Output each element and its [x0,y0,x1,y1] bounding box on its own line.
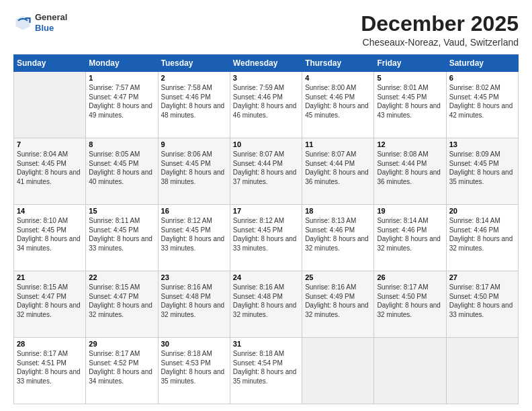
calendar-cell: 6Sunrise: 8:02 AMSunset: 4:45 PMDaylight… [446,72,518,138]
calendar-cell: 30Sunrise: 8:18 AMSunset: 4:53 PMDayligh… [158,338,230,404]
month-title: December 2025 [361,12,519,36]
calendar-cell: 2Sunrise: 7:58 AMSunset: 4:46 PMDaylight… [158,72,230,138]
day-number: 27 [449,273,515,281]
day-number: 11 [305,140,371,148]
calendar-cell: 16Sunrise: 8:12 AMSunset: 4:45 PMDayligh… [158,205,230,271]
calendar-cell: 1Sunrise: 7:57 AMSunset: 4:47 PMDaylight… [86,72,158,138]
cell-content: Sunrise: 8:01 AMSunset: 4:45 PMDaylight:… [377,83,443,120]
calendar-week-2: 7Sunrise: 8:04 AMSunset: 4:45 PMDaylight… [14,138,519,205]
calendar-cell: 19Sunrise: 8:14 AMSunset: 4:46 PMDayligh… [374,205,446,271]
day-number: 23 [161,273,227,281]
calendar-header-friday: Friday [374,55,446,72]
location: Cheseaux-Noreaz, Vaud, Switzerland [361,37,519,48]
day-number: 21 [17,273,83,281]
calendar-cell: 8Sunrise: 8:05 AMSunset: 4:45 PMDaylight… [86,138,158,205]
day-number: 14 [17,207,83,215]
day-number: 10 [233,140,299,148]
day-number: 22 [89,273,154,281]
calendar-cell: 7Sunrise: 8:04 AMSunset: 4:45 PMDaylight… [14,138,86,205]
logo-icon [13,13,32,32]
calendar-cell: 27Sunrise: 8:17 AMSunset: 4:50 PMDayligh… [446,271,518,338]
calendar-cell: 20Sunrise: 8:14 AMSunset: 4:46 PMDayligh… [446,205,518,271]
calendar-cell: 17Sunrise: 8:12 AMSunset: 4:45 PMDayligh… [230,205,302,271]
day-number: 12 [377,140,443,148]
day-number: 9 [161,140,227,148]
calendar-header-monday: Monday [86,55,158,72]
calendar-cell [14,72,86,138]
cell-content: Sunrise: 8:07 AMSunset: 4:44 PMDaylight:… [233,150,299,186]
calendar-cell [374,338,446,404]
cell-content: Sunrise: 8:05 AMSunset: 4:45 PMDaylight:… [89,150,154,186]
cell-content: Sunrise: 8:06 AMSunset: 4:45 PMDaylight:… [161,150,227,186]
calendar-week-3: 14Sunrise: 8:10 AMSunset: 4:45 PMDayligh… [14,205,519,271]
day-number: 24 [233,273,299,281]
cell-content: Sunrise: 8:15 AMSunset: 4:47 PMDaylight:… [89,283,154,319]
day-number: 13 [449,140,515,148]
cell-content: Sunrise: 8:04 AMSunset: 4:45 PMDaylight:… [17,150,83,186]
cell-content: Sunrise: 8:17 AMSunset: 4:50 PMDaylight:… [377,283,443,319]
cell-content: Sunrise: 8:17 AMSunset: 4:51 PMDaylight:… [17,349,83,385]
calendar-cell: 25Sunrise: 8:16 AMSunset: 4:49 PMDayligh… [302,271,374,338]
cell-content: Sunrise: 8:07 AMSunset: 4:44 PMDaylight:… [305,150,371,186]
day-number: 17 [233,207,299,215]
header: General Blue December 2025 Cheseaux-Nore… [13,12,519,48]
calendar-cell: 10Sunrise: 8:07 AMSunset: 4:44 PMDayligh… [230,138,302,205]
cell-content: Sunrise: 8:13 AMSunset: 4:46 PMDaylight:… [305,216,371,253]
calendar-header-sunday: Sunday [14,55,86,72]
calendar-header-tuesday: Tuesday [158,55,230,72]
day-number: 29 [89,340,154,348]
day-number: 31 [233,340,299,348]
day-number: 25 [305,273,371,281]
day-number: 6 [449,74,515,82]
day-number: 2 [161,74,227,82]
day-number: 20 [449,207,515,215]
cell-content: Sunrise: 7:58 AMSunset: 4:46 PMDaylight:… [161,83,227,120]
calendar-cell: 4Sunrise: 8:00 AMSunset: 4:46 PMDaylight… [302,72,374,138]
calendar-cell: 23Sunrise: 8:16 AMSunset: 4:48 PMDayligh… [158,271,230,338]
cell-content: Sunrise: 8:17 AMSunset: 4:50 PMDaylight:… [449,283,515,319]
calendar-cell: 14Sunrise: 8:10 AMSunset: 4:45 PMDayligh… [14,205,86,271]
cell-content: Sunrise: 8:02 AMSunset: 4:45 PMDaylight:… [449,83,515,120]
calendar-header-thursday: Thursday [302,55,374,72]
cell-content: Sunrise: 8:00 AMSunset: 4:46 PMDaylight:… [305,83,371,120]
day-number: 28 [17,340,83,348]
logo: General Blue [13,12,67,33]
cell-content: Sunrise: 8:09 AMSunset: 4:45 PMDaylight:… [449,150,515,186]
day-number: 19 [377,207,443,215]
cell-content: Sunrise: 8:15 AMSunset: 4:47 PMDaylight:… [17,283,83,319]
calendar-cell [302,338,374,404]
day-number: 18 [305,207,371,215]
calendar-cell: 12Sunrise: 8:08 AMSunset: 4:44 PMDayligh… [374,138,446,205]
calendar-week-4: 21Sunrise: 8:15 AMSunset: 4:47 PMDayligh… [14,271,519,338]
day-number: 16 [161,207,227,215]
calendar-cell: 13Sunrise: 8:09 AMSunset: 4:45 PMDayligh… [446,138,518,205]
day-number: 1 [89,74,154,82]
cell-content: Sunrise: 8:16 AMSunset: 4:48 PMDaylight:… [161,283,227,319]
cell-content: Sunrise: 8:11 AMSunset: 4:45 PMDaylight:… [89,216,154,253]
calendar-cell: 28Sunrise: 8:17 AMSunset: 4:51 PMDayligh… [14,338,86,404]
day-number: 4 [305,74,371,82]
calendar-cell: 31Sunrise: 8:18 AMSunset: 4:54 PMDayligh… [230,338,302,404]
cell-content: Sunrise: 8:08 AMSunset: 4:44 PMDaylight:… [377,150,443,186]
day-number: 15 [89,207,154,215]
day-number: 5 [377,74,443,82]
cell-content: Sunrise: 8:12 AMSunset: 4:45 PMDaylight:… [233,216,299,253]
calendar-table: SundayMondayTuesdayWednesdayThursdayFrid… [13,54,519,404]
cell-content: Sunrise: 8:16 AMSunset: 4:48 PMDaylight:… [233,283,299,319]
calendar-cell: 24Sunrise: 8:16 AMSunset: 4:48 PMDayligh… [230,271,302,338]
calendar-cell: 11Sunrise: 8:07 AMSunset: 4:44 PMDayligh… [302,138,374,205]
calendar-header-saturday: Saturday [446,55,518,72]
calendar-week-5: 28Sunrise: 8:17 AMSunset: 4:51 PMDayligh… [14,338,519,404]
calendar-cell: 26Sunrise: 8:17 AMSunset: 4:50 PMDayligh… [374,271,446,338]
logo-text: General Blue [35,12,67,33]
cell-content: Sunrise: 8:17 AMSunset: 4:52 PMDaylight:… [89,349,154,385]
cell-content: Sunrise: 8:12 AMSunset: 4:45 PMDaylight:… [161,216,227,253]
title-block: December 2025 Cheseaux-Noreaz, Vaud, Swi… [361,12,519,48]
cell-content: Sunrise: 8:10 AMSunset: 4:45 PMDaylight:… [17,216,83,253]
day-number: 8 [89,140,154,148]
calendar-cell: 22Sunrise: 8:15 AMSunset: 4:47 PMDayligh… [86,271,158,338]
day-number: 30 [161,340,227,348]
day-number: 3 [233,74,299,82]
calendar-cell: 3Sunrise: 7:59 AMSunset: 4:46 PMDaylight… [230,72,302,138]
calendar-cell: 15Sunrise: 8:11 AMSunset: 4:45 PMDayligh… [86,205,158,271]
